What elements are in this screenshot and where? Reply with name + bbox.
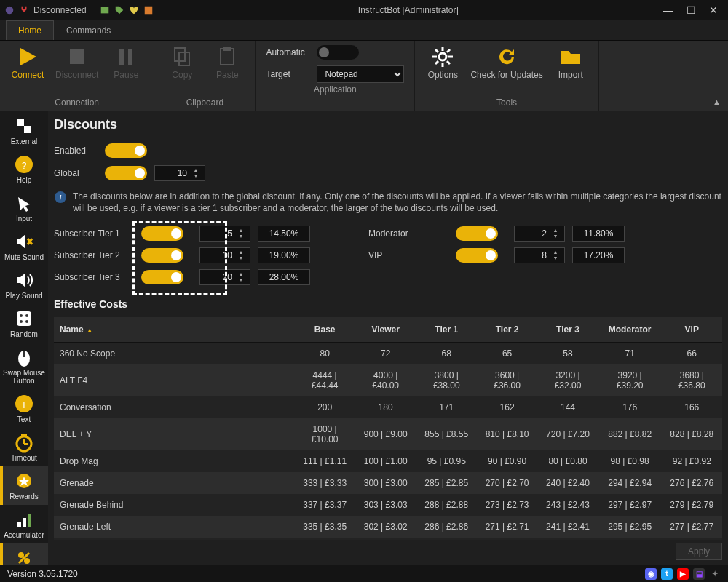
col-tier-3[interactable]: Tier 3 bbox=[537, 317, 598, 343]
import-button[interactable]: Import bbox=[553, 45, 588, 80]
play-icon bbox=[14, 270, 34, 290]
global-toggle[interactable] bbox=[105, 166, 147, 180]
t1-spinner[interactable]: ▲▼ bbox=[199, 226, 250, 242]
mod-toggle[interactable] bbox=[456, 226, 498, 241]
copy-icon bbox=[170, 45, 194, 68]
t3-spinner[interactable]: ▲▼ bbox=[199, 269, 250, 285]
group-clipboard-label: Clipboard bbox=[186, 97, 223, 108]
col-base[interactable]: Base bbox=[294, 317, 355, 343]
vip-spinner[interactable]: ▲▼ bbox=[514, 247, 565, 263]
table-row[interactable]: Grenade Left335 | £3.35302 | £3.02286 | … bbox=[54, 516, 722, 538]
youtube-icon[interactable]: ▶ bbox=[677, 568, 689, 580]
sidebar-item-accumulator[interactable]: Accumulator bbox=[0, 505, 48, 543]
global-spinner[interactable]: ▲▼ bbox=[154, 165, 205, 181]
cell-value: 243 | £2.43 bbox=[537, 494, 598, 516]
tag-icon[interactable] bbox=[114, 5, 124, 15]
sidebar-item-label: Mute Sound bbox=[4, 253, 44, 261]
svg-rect-8 bbox=[221, 49, 234, 65]
sidebar-item-rewards[interactable]: Rewards bbox=[0, 466, 48, 505]
vip-percent: 17.20% bbox=[572, 247, 625, 263]
t3-toggle[interactable] bbox=[141, 270, 183, 284]
disconnect-button[interactable]: Disconnect bbox=[55, 45, 98, 80]
cell-value: 294 | £2.94 bbox=[598, 472, 662, 494]
svg-line-15 bbox=[435, 49, 438, 52]
col-vip[interactable]: VIP bbox=[662, 317, 722, 343]
cell-value: 95 | £0.95 bbox=[416, 450, 477, 472]
copy-button[interactable]: Copy bbox=[165, 45, 199, 80]
col-name[interactable]: Name▲ bbox=[54, 317, 294, 343]
check-updates-button[interactable]: Check for Updates bbox=[470, 45, 542, 80]
sidebar-item-play[interactable]: Play Sound bbox=[0, 266, 48, 304]
table-row[interactable]: DEL + Y1000 | £10.00900 | £9.00855 | £8.… bbox=[54, 418, 722, 450]
table-row[interactable]: 360 No Scope80726865587166 bbox=[54, 343, 722, 365]
sidebar-item-external[interactable]: External bbox=[0, 111, 48, 150]
discord-icon[interactable]: ◉ bbox=[645, 568, 657, 580]
maximize-button[interactable]: ☐ bbox=[687, 4, 696, 16]
pause-button[interactable]: Pause bbox=[108, 45, 143, 80]
twitter-icon[interactable]: t bbox=[661, 568, 673, 580]
character-icon[interactable] bbox=[100, 5, 110, 15]
col-moderator[interactable]: Moderator bbox=[598, 317, 662, 343]
svg-point-0 bbox=[6, 7, 14, 15]
table-row[interactable]: Grenade333 | £3.33300 | £3.00285 | £2.85… bbox=[54, 472, 722, 494]
cell-value: 241 | £2.41 bbox=[537, 516, 598, 538]
apply-button[interactable]: Apply bbox=[676, 543, 722, 560]
table-row[interactable]: Grenade Behind337 | £3.37303 | £3.03288 … bbox=[54, 494, 722, 516]
sidebar-item-discounts[interactable]: Discounts bbox=[0, 543, 48, 565]
flag-icon[interactable] bbox=[143, 5, 154, 15]
tab-home[interactable]: Home bbox=[6, 20, 54, 40]
t2-label: Subscriber Tier 2 bbox=[54, 250, 134, 260]
input-icon bbox=[14, 193, 34, 213]
close-button[interactable]: ✕ bbox=[709, 4, 718, 16]
sidebar-item-label: External bbox=[11, 137, 38, 146]
col-tier-1[interactable]: Tier 1 bbox=[416, 317, 477, 343]
link-icon[interactable]: ✦ bbox=[709, 568, 721, 580]
mod-spinner[interactable]: ▲▼ bbox=[514, 226, 565, 242]
paste-button[interactable]: Paste bbox=[210, 45, 245, 80]
sidebar-item-label: Input bbox=[16, 215, 32, 223]
vip-toggle[interactable] bbox=[456, 248, 498, 263]
t2-toggle[interactable] bbox=[141, 248, 183, 263]
twitch-icon[interactable]: ⬓ bbox=[693, 568, 705, 580]
table-row[interactable]: ALT F44444 | £44.444000 | £40.003800 | £… bbox=[54, 364, 722, 396]
pause-icon bbox=[114, 45, 138, 68]
tab-commands[interactable]: Commands bbox=[54, 20, 123, 40]
automatic-toggle[interactable] bbox=[317, 45, 359, 60]
svg-rect-37 bbox=[23, 518, 26, 527]
status-bar: Version 3.05.1720 ◉ t ▶ ⬓ ✦ bbox=[0, 565, 728, 582]
t2-spinner[interactable]: ▲▼ bbox=[199, 247, 250, 263]
target-select[interactable]: Notepad bbox=[317, 65, 404, 83]
cell-value: 200 bbox=[294, 396, 355, 418]
col-tier-2[interactable]: Tier 2 bbox=[477, 317, 537, 343]
minimize-button[interactable]: — bbox=[663, 4, 673, 16]
options-button[interactable]: Options bbox=[425, 45, 460, 80]
sidebar-item-random[interactable]: Random bbox=[0, 304, 48, 343]
sidebar-item-help[interactable]: ?Help bbox=[0, 150, 48, 188]
sidebar-item-timeout[interactable]: Timeout bbox=[0, 428, 48, 466]
enabled-toggle[interactable] bbox=[105, 143, 147, 158]
col-viewer[interactable]: Viewer bbox=[355, 317, 416, 343]
cell-value: 180 bbox=[355, 396, 416, 418]
gear-icon bbox=[431, 45, 454, 68]
table-row[interactable]: Conversation200180171162144176166 bbox=[54, 396, 722, 418]
table-row[interactable]: Drop Mag111 | £1.11100 | £1.0095 | £0.95… bbox=[54, 450, 722, 472]
svg-text:T: T bbox=[21, 400, 27, 410]
svg-rect-36 bbox=[17, 522, 21, 527]
sidebar-item-mute[interactable]: Mute Sound bbox=[0, 227, 48, 266]
t1-toggle[interactable] bbox=[141, 226, 183, 241]
cell-value: 3200 | £32.00 bbox=[537, 364, 598, 396]
svg-text:i: i bbox=[60, 192, 62, 202]
main-panel: Discounts Enabled Global ▲▼ i The discou… bbox=[48, 111, 728, 565]
sidebar-item-text[interactable]: TText bbox=[0, 389, 48, 428]
sidebar-item-input[interactable]: Input bbox=[0, 188, 48, 227]
collapse-ribbon-button[interactable]: ▲ bbox=[713, 97, 721, 106]
cell-name: 360 No Scope bbox=[54, 343, 294, 365]
sidebar-item-swap[interactable]: Swap Mouse Button bbox=[0, 343, 48, 389]
heart-icon[interactable] bbox=[129, 5, 139, 15]
svg-rect-9 bbox=[223, 47, 231, 51]
cell-value: 240 | £2.40 bbox=[537, 472, 598, 494]
connect-button[interactable]: Connect bbox=[10, 45, 45, 80]
svg-rect-4 bbox=[119, 49, 124, 65]
version-label: Version 3.05.1720 bbox=[7, 569, 78, 579]
svg-point-39 bbox=[18, 552, 24, 558]
